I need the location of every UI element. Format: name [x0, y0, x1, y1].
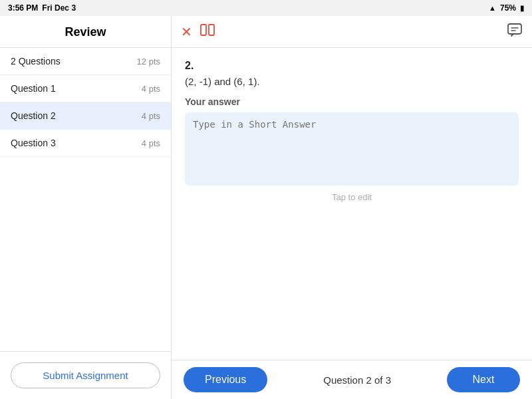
svg-rect-2 — [508, 24, 521, 34]
layout-button[interactable] — [200, 24, 215, 39]
toolbar-left: ✕ — [181, 24, 215, 40]
sidebar-item-q2-pts: 4 pts — [142, 111, 160, 121]
sidebar-title: Review — [0, 16, 171, 48]
chat-icon — [507, 23, 523, 41]
sidebar-item-q3-pts: 4 pts — [142, 138, 160, 148]
date-display: Fri Dec 3 — [42, 3, 76, 13]
close-button[interactable]: ✕ — [181, 24, 192, 40]
previous-button[interactable]: Previous — [184, 367, 267, 392]
sidebar-item-q1-label: Question 1 — [11, 83, 56, 94]
close-icon: ✕ — [181, 24, 192, 40]
submit-assignment-button[interactable]: Submit Assignment — [11, 362, 160, 388]
status-bar: 3:56 PM Fri Dec 3 ▲ 75% ▮ — [0, 0, 532, 16]
status-bar-left: 3:56 PM Fri Dec 3 — [8, 3, 76, 13]
sidebar-item-q3[interactable]: Question 3 4 pts — [0, 130, 171, 157]
question-number: 2. — [185, 60, 519, 72]
navigation-bar: Previous Question 2 of 3 Next — [172, 360, 532, 399]
svg-rect-0 — [201, 25, 206, 35]
main-layout: Review 2 Questions 12 pts Question 1 4 p… — [0, 16, 532, 399]
sidebar-item-q1-pts: 4 pts — [142, 84, 160, 94]
sidebar-item-q2-label: Question 2 — [11, 110, 56, 121]
content-area: ✕ — [172, 16, 532, 399]
sidebar-item-q1[interactable]: Question 1 4 pts — [0, 75, 171, 102]
sidebar-item-q2[interactable]: Question 2 4 pts — [0, 102, 171, 130]
sidebar-section-pts: 12 pts — [137, 57, 160, 66]
sidebar-section-title: 2 Questions — [11, 56, 61, 66]
content-toolbar: ✕ — [172, 16, 532, 48]
status-bar-right: ▲ 75% ▮ — [489, 3, 524, 13]
sidebar-section: 2 Questions 12 pts — [0, 48, 171, 75]
svg-rect-1 — [209, 25, 214, 35]
next-button[interactable]: Next — [447, 367, 520, 392]
sidebar-item-q3-label: Question 3 — [11, 138, 56, 148]
answer-input[interactable] — [185, 112, 519, 186]
your-answer-label: Your answer — [185, 96, 519, 107]
battery-level: 75% — [500, 3, 516, 13]
question-area: 2. (2, -1) and (6, 1). Your answer Tap t… — [172, 48, 532, 360]
sidebar: Review 2 Questions 12 pts Question 1 4 p… — [0, 16, 172, 399]
page-info: Question 2 of 3 — [323, 374, 391, 386]
sidebar-footer: Submit Assignment — [0, 351, 171, 399]
tap-to-edit-hint: Tap to edit — [185, 188, 519, 209]
chat-button[interactable] — [507, 23, 523, 41]
time-display: 3:56 PM — [8, 3, 38, 13]
layout-icon — [200, 24, 215, 39]
wifi-icon: ▲ — [489, 4, 496, 12]
battery-icon: ▮ — [520, 4, 524, 13]
question-text: (2, -1) and (6, 1). — [185, 76, 519, 87]
